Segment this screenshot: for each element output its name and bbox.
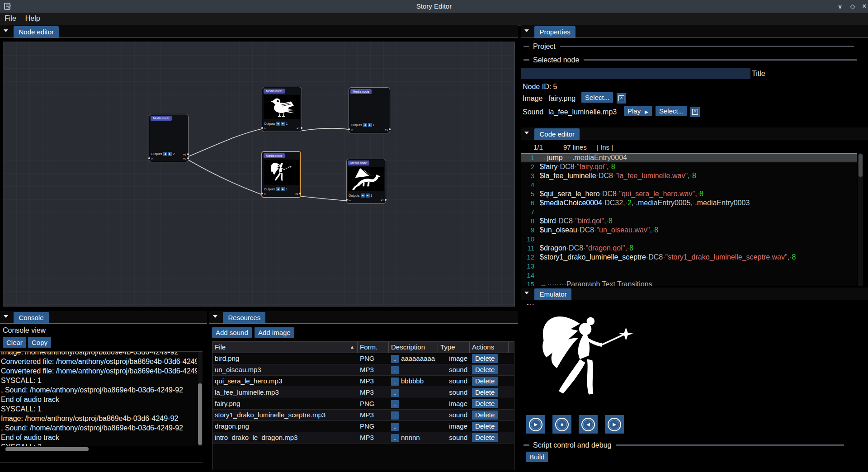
tab-node-editor[interactable]: Node editor	[14, 26, 59, 38]
console-copy-button[interactable]: Copy	[28, 337, 51, 348]
stop-button[interactable]: ■	[552, 415, 571, 434]
menu-item-help[interactable]: Help	[21, 13, 45, 23]
column-header-type[interactable]: Type	[438, 342, 470, 353]
delete-button[interactable]: Delete	[472, 377, 498, 386]
console-vscrollbar[interactable]	[198, 352, 203, 446]
collapse-icon[interactable]	[213, 315, 218, 318]
table-row[interactable]: fairy.pngPNG..imageDelete	[212, 398, 514, 410]
tab-resources[interactable]: Resources	[223, 312, 265, 324]
input-port-label: In	[351, 128, 353, 131]
tab-properties[interactable]: Properties	[534, 26, 575, 38]
edit-description-button[interactable]: ..	[391, 378, 399, 386]
collapse-icon[interactable]	[524, 292, 530, 294]
table-row[interactable]: intro_drako_le_dragon.mp3MP3..nnnnnsound…	[212, 432, 514, 444]
line-number: 13	[521, 262, 534, 271]
delete-button[interactable]: Delete	[472, 433, 498, 442]
next-output-icon[interactable]: ▶	[281, 122, 285, 126]
add-image-button[interactable]: Add image	[255, 327, 294, 338]
tab-emulator[interactable]: Emulator	[534, 288, 571, 300]
sound-clear-button[interactable]: ×	[690, 107, 700, 117]
edit-description-button[interactable]: ..	[391, 434, 399, 442]
minimize-icon[interactable]: ∨	[835, 2, 844, 11]
code-vscroll-thumb[interactable]	[859, 154, 863, 177]
edit-description-button[interactable]: ..	[391, 423, 399, 431]
table-row[interactable]: un_oiseau.mp3MP3..soundDelete	[212, 364, 514, 376]
delete-button[interactable]: Delete	[472, 422, 498, 431]
prev-output-icon[interactable]: ◀	[363, 123, 367, 127]
collapse-icon[interactable]	[524, 29, 530, 32]
code-text-area[interactable]: 1→jump····.mediaEntry00042$fairy·DC8·"fa…	[521, 153, 857, 286]
output-port[interactable]	[187, 153, 189, 155]
image-select-button[interactable]: Select...	[581, 92, 613, 103]
edit-description-button[interactable]: ..	[391, 411, 399, 420]
input-port[interactable]	[346, 199, 348, 201]
prev-output-icon[interactable]: ◀	[276, 122, 280, 126]
collapse-icon[interactable]	[4, 29, 9, 32]
collapse-icon[interactable]	[524, 132, 530, 134]
code-line: 10	[521, 235, 857, 244]
column-header-actions[interactable]: Actions	[470, 342, 509, 353]
next-output-icon[interactable]: ▶	[281, 187, 285, 191]
delete-button[interactable]: Delete	[472, 411, 498, 420]
column-header-description[interactable]: Description	[389, 342, 438, 353]
output-port[interactable]	[301, 127, 302, 129]
column-header-form[interactable]: Form.	[358, 342, 389, 353]
edit-description-button[interactable]: ..	[391, 366, 399, 374]
console-clear-button[interactable]: Clear	[3, 337, 26, 348]
prev-output-icon[interactable]: ◀	[361, 194, 365, 198]
code-vscrollbar[interactable]	[858, 153, 863, 286]
play-button[interactable]: ▶	[526, 415, 545, 434]
table-row[interactable]: bird.pngPNG..aaaaaaaaaimageDelete	[212, 353, 514, 364]
graph-node[interactable]: Media nodeOutputs◀▶2In#1#2	[149, 114, 189, 162]
sound-play-button[interactable]: Play ▶	[624, 106, 652, 116]
maximize-icon[interactable]: ◇	[848, 2, 857, 11]
next-output-icon[interactable]: ▶	[168, 152, 172, 156]
delete-button[interactable]: Delete	[472, 354, 498, 363]
close-icon[interactable]: ×	[860, 2, 868, 11]
graph-node[interactable]: Media nodeOutputs◀▶1In#1	[262, 87, 302, 132]
menu-bar: FileHelp	[0, 13, 868, 26]
table-row[interactable]: story1_drako_luminelle_sceptre.mp3MP3..s…	[212, 410, 514, 421]
input-port[interactable]	[261, 127, 263, 129]
input-port[interactable]	[348, 128, 350, 130]
image-clear-button[interactable]: ×	[617, 93, 626, 104]
tab-console[interactable]: Console	[14, 312, 48, 324]
delete-button[interactable]: Delete	[472, 365, 498, 374]
input-port[interactable]	[261, 193, 263, 194]
add-sound-button[interactable]: Add sound	[212, 327, 252, 338]
next-output-icon[interactable]: ▶	[368, 123, 372, 127]
forward-button[interactable]: ▶	[605, 415, 624, 434]
delete-button[interactable]: Delete	[472, 388, 498, 397]
build-button[interactable]: Build	[526, 452, 548, 462]
graph-node[interactable]: Media nodeOutputs◀▶1In#1	[349, 87, 390, 133]
prev-output-icon[interactable]: ◀	[276, 187, 280, 191]
output-port[interactable]	[187, 157, 189, 159]
edit-description-button[interactable]: ..	[391, 389, 399, 397]
tab-code-editor[interactable]: Code editor	[534, 128, 580, 140]
table-row[interactable]: la_fee_luminelle.mp3MP3..soundDelete	[212, 387, 514, 398]
delete-button[interactable]: Delete	[472, 399, 498, 408]
table-row[interactable]: dragon.pngPNG..imageDelete	[212, 421, 514, 432]
code-line: 4	[521, 180, 857, 189]
graph-node-selected[interactable]: Media nodeOutputs◀▶1In#1	[261, 151, 301, 198]
prev-output-icon[interactable]: ◀	[163, 152, 167, 156]
console-hscrollbar[interactable]	[0, 447, 203, 452]
edit-description-button[interactable]: ..	[391, 355, 399, 363]
back-button[interactable]: ◀	[579, 415, 598, 434]
collapse-icon[interactable]	[4, 315, 9, 318]
menu-item-file[interactable]: File	[0, 13, 21, 23]
node-editor-canvas[interactable]: Media nodeOutputs◀▶2In#1#2Media nodeOutp…	[3, 42, 515, 307]
table-row[interactable]: qui_sera_le_hero.mp3MP3..bbbbbbsoundDele…	[212, 376, 514, 387]
graph-node[interactable]: Media nodeOutputs◀▶1In#1	[346, 159, 386, 204]
edit-description-button[interactable]: ..	[391, 400, 399, 408]
input-port[interactable]	[148, 157, 150, 159]
console-hscroll-thumb[interactable]	[5, 447, 89, 451]
output-port[interactable]	[385, 199, 387, 201]
node-title-input[interactable]	[521, 68, 750, 79]
next-output-icon[interactable]: ▶	[366, 194, 370, 198]
output-port[interactable]	[389, 128, 391, 130]
column-header-file[interactable]: File▲	[212, 342, 358, 353]
output-port[interactable]	[299, 193, 301, 194]
console-vscroll-thumb[interactable]	[198, 383, 202, 445]
sound-select-button[interactable]: Select...	[656, 106, 687, 116]
